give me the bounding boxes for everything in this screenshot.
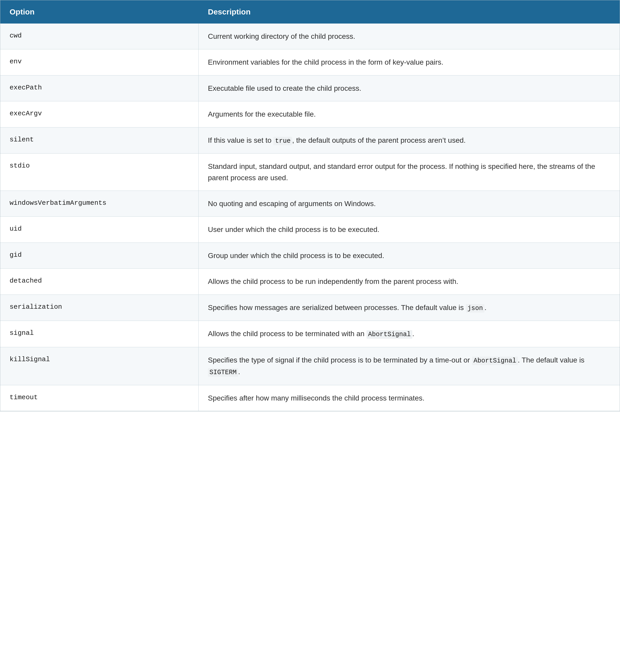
option-cell: timeout bbox=[0, 385, 198, 411]
description-cell: Standard input, standard output, and sta… bbox=[198, 154, 619, 191]
table-body: cwdCurrent working directory of the chil… bbox=[0, 23, 620, 411]
option-cell: env bbox=[0, 49, 198, 75]
description-cell: Specifies the type of signal if the chil… bbox=[198, 347, 619, 385]
option-cell: serialization bbox=[0, 294, 198, 321]
options-table: Option Description cwdCurrent working di… bbox=[0, 0, 620, 411]
table-row: signalAllows the child process to be ter… bbox=[0, 321, 620, 347]
table-row: uidUser under which the child process is… bbox=[0, 217, 620, 242]
inline-code: true bbox=[273, 137, 292, 145]
description-cell: No quoting and escaping of arguments on … bbox=[198, 191, 619, 217]
description-cell: Arguments for the executable file. bbox=[198, 101, 619, 127]
option-cell: detached bbox=[0, 269, 198, 294]
description-cell: Allows the child process to be run indep… bbox=[198, 269, 619, 294]
table-header-row: Option Description bbox=[0, 0, 620, 23]
option-cell: uid bbox=[0, 217, 198, 242]
table-row: cwdCurrent working directory of the chil… bbox=[0, 23, 620, 49]
table-row: timeoutSpecifies after how many millisec… bbox=[0, 385, 620, 411]
option-cell: killSignal bbox=[0, 347, 198, 385]
header-description: Description bbox=[198, 0, 619, 23]
inline-code: AbortSignal bbox=[472, 356, 518, 365]
table-row: killSignalSpecifies the type of signal i… bbox=[0, 347, 620, 385]
table-row: windowsVerbatimArgumentsNo quoting and e… bbox=[0, 191, 620, 217]
inline-code: SIGTERM bbox=[208, 368, 238, 377]
options-table-container: Option Description cwdCurrent working di… bbox=[0, 0, 620, 411]
table-row: execArgvArguments for the executable fil… bbox=[0, 101, 620, 127]
table-row: gidGroup under which the child process i… bbox=[0, 242, 620, 268]
option-cell: execArgv bbox=[0, 101, 198, 127]
table-row: detachedAllows the child process to be r… bbox=[0, 269, 620, 294]
description-cell: Specifies how messages are serialized be… bbox=[198, 294, 619, 321]
table-row: envEnvironment variables for the child p… bbox=[0, 49, 620, 75]
description-cell: Allows the child process to be terminate… bbox=[198, 321, 619, 347]
table-row: serializationSpecifies how messages are … bbox=[0, 294, 620, 321]
option-cell: execPath bbox=[0, 75, 198, 101]
header-option: Option bbox=[0, 0, 198, 23]
table-row: silentIf this value is set to true, the … bbox=[0, 127, 620, 154]
table-row: execPathExecutable file used to create t… bbox=[0, 75, 620, 101]
option-cell: gid bbox=[0, 242, 198, 268]
description-cell: Specifies after how many milliseconds th… bbox=[198, 385, 619, 411]
inline-code: json bbox=[466, 304, 484, 313]
option-cell: cwd bbox=[0, 23, 198, 49]
description-cell: Executable file used to create the child… bbox=[198, 75, 619, 101]
description-cell: Group under which the child process is t… bbox=[198, 242, 619, 268]
description-cell: Current working directory of the child p… bbox=[198, 23, 619, 49]
option-cell: signal bbox=[0, 321, 198, 347]
table-row: stdioStandard input, standard output, an… bbox=[0, 154, 620, 191]
option-cell: stdio bbox=[0, 154, 198, 191]
option-cell: silent bbox=[0, 127, 198, 154]
inline-code: AbortSignal bbox=[366, 330, 412, 339]
description-cell: If this value is set to true, the defaul… bbox=[198, 127, 619, 154]
description-cell: Environment variables for the child proc… bbox=[198, 49, 619, 75]
description-cell: User under which the child process is to… bbox=[198, 217, 619, 242]
option-cell: windowsVerbatimArguments bbox=[0, 191, 198, 217]
